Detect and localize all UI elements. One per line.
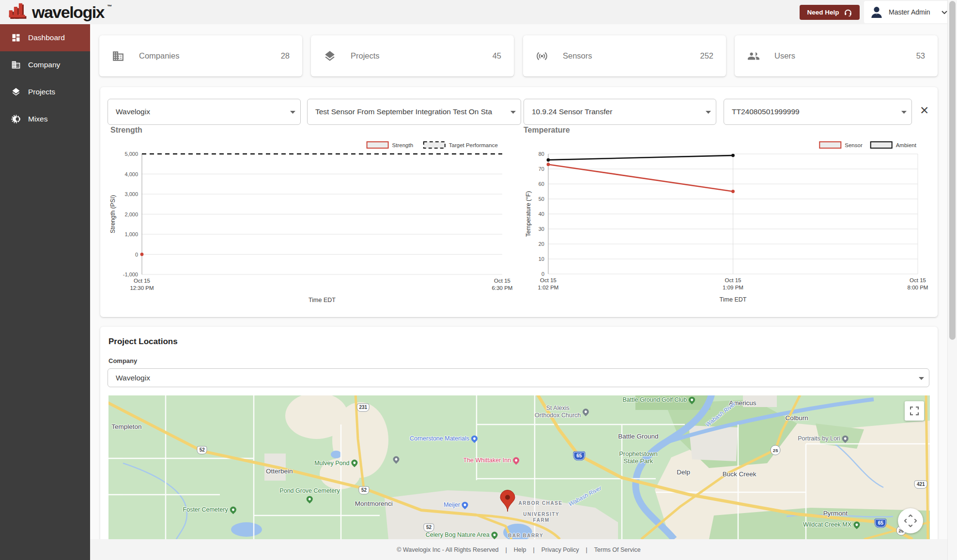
stat-card-projects[interactable]: Projects 45 (311, 35, 514, 76)
route-shield: 52 (424, 524, 434, 532)
project-filter-value: Test Sensor From September Integration T… (308, 107, 509, 116)
svg-text:0: 0 (135, 252, 138, 257)
stat-label: Companies (139, 51, 179, 61)
svg-text:3,000: 3,000 (124, 191, 138, 197)
map-pin-icon (582, 408, 590, 416)
footer-separator: | (586, 546, 587, 553)
svg-text:5,000: 5,000 (124, 151, 138, 157)
scrollbar-thumb[interactable] (949, 1, 956, 340)
users-icon (747, 50, 760, 62)
map-label: Battle Ground Golf Club (622, 396, 695, 404)
map-label: Celery Bog Nature Area (426, 531, 498, 539)
map-label-text: Cornerstone Materials (410, 435, 469, 442)
svg-text:60: 60 (539, 181, 544, 187)
map-label (393, 456, 399, 463)
company-filter-dropdown[interactable]: Wavelogix (108, 99, 301, 125)
map-label-text: Battle Ground (618, 433, 658, 440)
sensor-filter-dropdown[interactable]: TT24080501999999 (724, 99, 912, 125)
svg-text:Target Performance: Target Performance (449, 142, 498, 148)
stat-card-users[interactable]: Users 53 (735, 35, 938, 76)
map-label: Buck Creek (723, 470, 756, 478)
project-filter-dropdown[interactable]: Test Sensor From September Integration T… (307, 99, 521, 125)
map-pin-icon (461, 500, 469, 509)
map-label-text: Portraits by Lori (798, 435, 840, 442)
map-pin-icon (229, 505, 237, 514)
footer-link-help[interactable]: Help (514, 546, 526, 553)
stat-value: 252 (700, 51, 713, 61)
svg-text:1,000: 1,000 (124, 231, 138, 237)
route-shield: 65 (875, 519, 886, 528)
map-pan-button[interactable] (898, 508, 923, 533)
map-pin-icon (490, 530, 499, 539)
svg-text:2,000: 2,000 (124, 212, 138, 217)
map-label-text: 52 (361, 487, 367, 493)
avatar-icon (869, 4, 884, 20)
companies-icon (112, 50, 124, 62)
stat-card-companies[interactable]: Companies 28 (99, 35, 302, 76)
need-help-button[interactable]: Need Help (800, 5, 860, 20)
footer-separator: | (533, 546, 535, 553)
footer: © Wavelogix Inc - All Rights Reserved | … (90, 539, 947, 560)
svg-text:Oct 15: Oct 15 (494, 278, 510, 284)
sidebar-item-label: Projects (28, 88, 55, 96)
sidebar-item-label: Dashboard (28, 33, 65, 42)
wavelogix-logo: wavelogix ™ (7, 1, 112, 23)
svg-text:Time EDT: Time EDT (309, 297, 336, 303)
sidebar-item-projects[interactable]: Projects (0, 78, 90, 106)
map-label: UNIVERSITY FARM (523, 512, 559, 524)
svg-text:Ambient: Ambient (896, 142, 917, 148)
map-pin-icon (852, 520, 861, 529)
close-filters-button[interactable]: ✕ (920, 105, 929, 116)
svg-text:70: 70 (539, 166, 544, 172)
map-label-text: 231 (359, 405, 367, 410)
map-pin-icon (841, 434, 849, 443)
chevron-down-icon (706, 111, 711, 114)
map-label-text: 52 (426, 525, 432, 530)
page-scrollbar[interactable] (947, 0, 957, 560)
project-location-marker[interactable] (500, 490, 515, 512)
route-shield: 25 (771, 445, 781, 455)
map-fullscreen-button[interactable] (905, 401, 924, 421)
chevron-down-icon (919, 377, 924, 380)
sidebar-item-company[interactable]: Company (0, 51, 90, 78)
svg-text:0: 0 (541, 271, 544, 277)
map-label: Colburn (786, 414, 808, 422)
placement-filter-dropdown[interactable]: 10.9.24 Sensor Transfer (524, 99, 716, 125)
svg-text:12:30 PM: 12:30 PM (130, 285, 154, 291)
stat-card-sensors[interactable]: Sensors 252 (523, 35, 726, 76)
map-label-text: Templeton (111, 423, 141, 431)
map-label-text: Wildcat Creek MX (803, 521, 851, 529)
svg-text:8:00 PM: 8:00 PM (908, 285, 928, 290)
chevron-down-icon (290, 111, 295, 114)
google-map[interactable]: TempletonOtterbeinMontmorenciBattle Grou… (108, 395, 930, 539)
stat-value: 53 (916, 51, 925, 61)
route-shield: 421 (914, 481, 927, 489)
pan-arrows-icon (904, 515, 917, 527)
footer-link-privacy[interactable]: Privacy Policy (541, 546, 579, 553)
user-name: Master Admin (889, 8, 930, 16)
map-label: Templeton (111, 423, 141, 431)
map-label-text: Battle Ground Golf Club (622, 396, 687, 404)
map-label-text: 52 (200, 447, 205, 453)
copyright-text: © Wavelogix Inc - All Rights Reserved (397, 546, 498, 553)
placement-filter-value: 10.9.24 Sensor Transfer (524, 107, 705, 116)
footer-separator: | (506, 546, 507, 553)
map-label-text: Montmorenci (355, 500, 393, 508)
map-pin-icon (350, 458, 359, 467)
svg-text:Sensor: Sensor (845, 142, 863, 148)
map-label-text: Pyrmont (823, 510, 848, 517)
svg-text:40: 40 (539, 211, 544, 217)
map-company-dropdown[interactable]: Wavelogix (108, 368, 929, 387)
svg-text:6:30 PM: 6:30 PM (492, 285, 513, 291)
sidebar-item-dashboard[interactable]: Dashboard (0, 24, 90, 51)
svg-text:Strength: Strength (392, 142, 413, 148)
project-locations-panel: Project Locations Company Wavelogix (100, 327, 938, 554)
company-icon (11, 60, 21, 70)
footer-link-terms[interactable]: Terms Of Service (594, 546, 641, 553)
map-label-text: Prophetstown State Park (619, 450, 658, 465)
user-menu[interactable]: Master Admin (864, 1, 952, 23)
svg-text:Oct 15: Oct 15 (134, 278, 150, 284)
map-pin-icon (391, 455, 400, 464)
sidebar-item-mixes[interactable]: Mixes (0, 106, 90, 133)
svg-text:20: 20 (539, 241, 544, 247)
